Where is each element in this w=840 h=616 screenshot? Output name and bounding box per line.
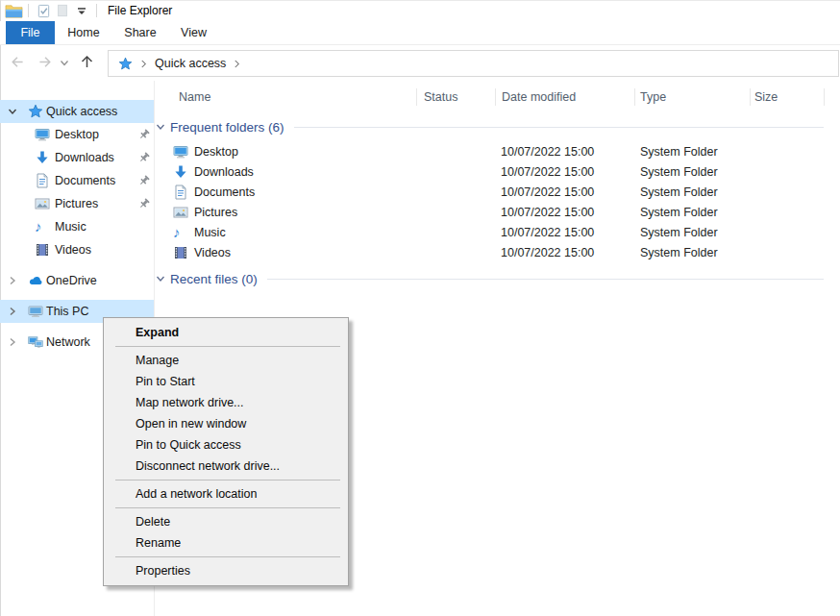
titlebar-separator [96,4,97,17]
sidebar-item-pictures[interactable]: Pictures [0,192,154,215]
menu-item-add-a-network-location[interactable]: Add a network location [105,483,347,505]
file-type: System Folder [640,183,718,203]
downloads-icon [173,164,188,180]
column-header-size[interactable]: Size [754,85,778,110]
menu-separator [115,556,340,557]
window-title: File Explorer [108,4,172,17]
file-row-documents[interactable]: Documents 10/07/2022 15:00 System Folder [155,183,840,203]
group-header-label: Recent files (0) [170,272,258,286]
column-separator[interactable] [634,88,635,106]
menu-item-rename[interactable]: Rename [105,532,347,554]
chevron-right-icon[interactable] [7,275,18,286]
chevron-right-icon[interactable] [7,336,18,348]
menu-item-pin-to-start[interactable]: Pin to Start [105,371,347,392]
breadcrumb-chevron-icon[interactable] [140,59,147,69]
menu-item-open-in-new-window[interactable]: Open in new window [105,413,347,434]
music-icon: ♪ [35,219,50,234]
sidebar-item-desktop[interactable]: Desktop [0,123,154,146]
chevron-right-icon[interactable] [7,306,18,317]
sidebar-item-videos[interactable]: Videos [0,238,154,261]
sidebar-item-label: Music [55,215,86,238]
column-header-date-modified[interactable]: Date modified [502,85,576,110]
group-header-rule [294,127,824,128]
file-name: Videos [194,243,231,263]
column-separator[interactable] [416,88,417,106]
file-explorer-window: File Explorer File Home Share View [0,0,840,616]
group-header-recent-files[interactable]: Recent files (0) [155,268,824,289]
tab-file[interactable]: File [6,21,55,44]
title-bar: File Explorer [0,0,840,21]
menu-item-manage[interactable]: Manage [105,350,347,371]
sidebar-item-onedrive[interactable]: OneDrive [0,269,154,292]
sidebar-item-label: Network [46,331,90,354]
sidebar-item-quick-access[interactable]: Quick access [0,100,154,123]
tab-share-label: Share [124,26,156,39]
file-row-downloads[interactable]: Downloads 10/07/2022 15:00 System Folder [155,162,840,183]
sidebar-item-label: Quick access [46,100,117,123]
sidebar-item-documents[interactable]: Documents [0,169,154,192]
ribbon-tab-bar: File Home Share View [0,21,840,45]
file-date-modified: 10/07/2022 15:00 [501,223,594,243]
breadcrumb-location[interactable]: Quick access [155,57,226,70]
pin-icon [138,198,150,209]
file-date-modified: 10/07/2022 15:00 [501,203,594,223]
onedrive-cloud-icon [28,273,43,288]
file-name: Music [194,223,226,243]
forward-button-icon[interactable] [37,55,54,69]
menu-item-map-network-drive[interactable]: Map network drive... [105,392,347,413]
videos-icon [35,242,50,258]
this-pc-monitor-icon [28,304,43,319]
sidebar-item-music[interactable]: ♪ Music [0,215,154,238]
qat-properties-icon[interactable] [35,2,52,19]
file-row-desktop[interactable]: Desktop 10/07/2022 15:00 System Folder [155,142,840,162]
file-date-modified: 10/07/2022 15:00 [501,243,594,263]
file-row-pictures[interactable]: Pictures 10/07/2022 15:00 System Folder [155,203,840,223]
up-button-icon[interactable] [79,54,95,69]
chevron-down-icon [155,273,166,284]
music-icon: ♪ [173,225,188,240]
chevron-down-icon[interactable] [7,106,18,117]
sidebar-item-label: Videos [55,238,91,261]
explorer-logo-icon [5,3,23,18]
titlebar-separator [28,4,29,17]
column-header-name[interactable]: Name [179,85,210,110]
column-header-type[interactable]: Type [640,85,666,110]
file-type: System Folder [640,142,718,162]
file-name: Pictures [194,203,237,223]
breadcrumb-chevron-icon[interactable] [234,59,240,69]
column-separator[interactable] [750,88,751,106]
back-button-icon[interactable] [9,55,25,69]
menu-item-pin-to-quick-access[interactable]: Pin to Quick access [105,434,347,456]
file-name: Documents [194,183,255,203]
menu-separator [115,480,340,480]
documents-icon [35,173,50,188]
sidebar-item-label: Desktop [55,123,99,146]
sidebar-item-label: Documents [55,169,115,192]
address-bar[interactable]: Quick access [108,50,839,77]
file-row-music[interactable]: ♪ Music 10/07/2022 15:00 System Folder [155,223,840,243]
menu-item-expand[interactable]: Expand [105,322,347,343]
downloads-icon [35,150,50,165]
column-header-status[interactable]: Status [424,85,457,110]
menu-item-properties[interactable]: Properties [105,560,347,581]
tab-view-label: View [181,26,207,39]
recent-locations-chevron-icon[interactable] [60,60,69,67]
tab-view[interactable]: View [171,21,216,44]
documents-icon [173,185,188,200]
group-header-frequent-folders[interactable]: Frequent folders (6) [155,116,824,137]
videos-icon [173,245,188,260]
file-type: System Folder [640,203,718,223]
file-name: Desktop [194,142,238,162]
network-icon [28,334,43,350]
column-separator[interactable] [824,88,825,106]
tab-share[interactable]: Share [115,21,165,44]
column-separator[interactable] [495,88,496,106]
sidebar-item-downloads[interactable]: Downloads [0,146,154,169]
menu-item-disconnect-network-drive[interactable]: Disconnect network drive... [105,456,347,477]
qat-customize-dropdown-icon[interactable] [73,2,90,19]
tab-home[interactable]: Home [59,21,109,44]
menu-item-delete[interactable]: Delete [105,511,347,532]
file-date-modified: 10/07/2022 15:00 [501,183,594,203]
file-row-videos[interactable]: Videos 10/07/2022 15:00 System Folder [155,243,840,263]
qat-new-folder-icon[interactable] [54,2,71,19]
